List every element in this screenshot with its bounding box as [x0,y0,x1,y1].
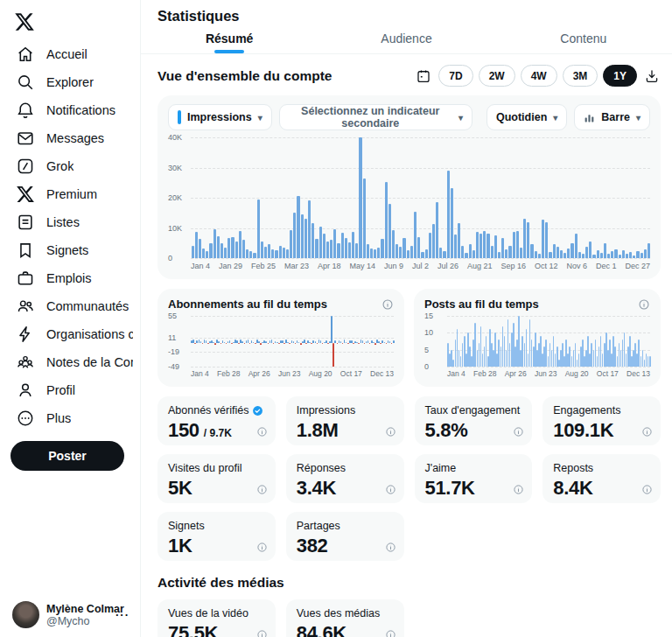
secondary-metric-dropdown[interactable]: Sélectionnez un indicateur secondaire ▾ [279,104,472,130]
x-premium-icon [16,185,35,204]
range-1y-button[interactable]: 1Y [603,65,637,87]
granularity-label: Quotidien [496,111,547,123]
media-grid: Vues de la vidéo75.5KVues des médias84.6… [158,599,661,637]
sidebar-item-notes-communaute[interactable]: Notes de la Commu [0,348,140,376]
topbar: Statistiques Résumé Audience Contenu [141,0,672,54]
sidebar-item-label: Messages [46,131,104,145]
chart-type-dropdown[interactable]: Barre ▾ [574,104,650,130]
info-icon[interactable] [638,298,650,311]
stat-card-1: Impressions1.8M [286,396,404,445]
stat-card-0: Abonnés vérifiés150/ 9.7K [158,396,276,445]
range-3m-button[interactable]: 3M [563,65,598,87]
bar-chart-icon [584,112,595,123]
granularity-dropdown[interactable]: Quotidien ▾ [486,104,567,130]
overview-title: Vue d'ensemble du compte [158,68,332,84]
people-icon [16,297,35,316]
sidebar-item-emplois[interactable]: Emplois [0,264,140,292]
info-icon[interactable] [256,629,268,637]
stat-value: 5.8% [425,419,468,442]
stat-label: J'aime [425,462,457,474]
sidebar-item-label: Premium [46,187,97,201]
sidebar-item-label: Communautés [46,299,129,313]
chevron-down-icon: ▾ [258,113,262,122]
media-card-0: Vues de la vidéo75.5K [158,599,276,637]
sidebar-item-plus[interactable]: Plus [0,404,140,432]
x-logo[interactable] [10,7,39,37]
media-section-title: Activité des médias [158,575,661,591]
sidebar-item-explorer[interactable]: Explorer [0,68,140,96]
primary-metric-dropdown[interactable]: Impressions ▾ [168,104,272,130]
sidebar-item-premium[interactable]: Premium [0,180,140,208]
info-icon[interactable] [513,426,524,438]
sidebar-item-label: Notes de la Commu [46,355,133,369]
user-name: Mylène Colmar [46,603,124,615]
impressions-plot[interactable] [191,137,650,258]
sidebar-item-label: Explorer [46,75,94,89]
sidebar-item-notifications[interactable]: Notifications [0,96,140,124]
range-controls: 7D 2W 4W 3M 1Y [414,65,662,87]
account-switcher[interactable]: Mylène Colmar @Mycho ··· [9,598,135,632]
tab-label: Résumé [206,32,253,46]
stat-card-4: Visites du profil5K [158,454,276,503]
followers-plot[interactable] [191,316,394,367]
page-title: Statistiques [141,0,672,26]
user-meta: Mylène Colmar @Mycho [46,603,107,627]
stat-label: Vues des médias [297,607,380,620]
briefcase-icon [16,269,35,288]
sidebar-item-label: Listes [46,215,80,229]
sidebar-item-messages[interactable]: Messages [0,124,140,152]
metric-accent-bar [178,110,181,124]
stat-label: Taux d'engagement [425,404,521,416]
stat-label: Reposts [553,462,593,474]
stat-value: 8.4K [553,477,592,500]
stat-card-3: Engagements109.1K [542,396,661,445]
analytics-main: Statistiques Résumé Audience Contenu Vue… [141,0,672,637]
info-icon[interactable] [256,426,268,438]
tab-resume[interactable]: Résumé [141,26,318,53]
calendar-button[interactable] [414,66,433,86]
account-more-icon[interactable]: ··· [114,608,131,621]
sidebar-item-communautes[interactable]: Communautés [0,292,140,320]
info-icon[interactable] [256,484,268,495]
grok-icon [16,157,35,176]
primary-metric-label: Impressions [187,111,252,123]
tab-audience[interactable]: Audience [318,26,494,53]
chevron-down-icon: ▾ [636,113,640,122]
range-7d-button[interactable]: 7D [438,65,472,87]
sidebar-item-accueil[interactable]: Accueil [0,40,140,68]
stats-grid: Abonnés vérifiés150/ 9.7KImpressions1.8M… [158,396,661,561]
stat-label: Vues de la vidéo [168,607,248,620]
sidebar-item-profil[interactable]: Profil [0,376,140,404]
range-4w-button[interactable]: 4W [521,65,557,87]
info-icon[interactable] [385,542,396,553]
sidebar-item-label: Accueil [46,47,88,61]
stat-label: Impressions [297,404,355,416]
posts-chart-title: Posts au fil du temps [424,298,539,311]
active-tab-underline [214,50,244,53]
info-icon[interactable] [382,298,394,311]
person-icon [16,381,35,400]
range-2w-button[interactable]: 2W [479,65,515,87]
tab-contenu[interactable]: Contenu [495,26,672,53]
info-icon[interactable] [256,542,268,553]
sidebar-item-label: Emplois [46,271,92,285]
sidebar-item-label: Organisations certi [46,327,133,341]
info-icon[interactable] [385,629,396,637]
download-button[interactable] [642,66,662,86]
sidebar-item-signets[interactable]: Signets [0,236,140,264]
posts-plot[interactable] [447,316,650,367]
info-icon[interactable] [513,484,524,495]
y-axis-labels: 151050 [424,316,447,367]
stat-card-9: Partages382 [286,512,404,561]
info-icon[interactable] [641,484,653,495]
community-notes-icon [16,353,35,372]
impressions-chart: 40K30K20K10K0 [168,137,650,258]
info-icon[interactable] [385,484,396,495]
sidebar-item-listes[interactable]: Listes [0,208,140,236]
sidebar-item-organisations-certifiees[interactable]: Organisations certi [0,320,140,348]
sidebar-item-grok[interactable]: Grok [0,152,140,180]
post-button[interactable]: Poster [10,441,124,471]
info-icon[interactable] [385,426,396,438]
info-icon[interactable] [641,426,653,438]
stat-value: 3.4K [297,477,336,500]
